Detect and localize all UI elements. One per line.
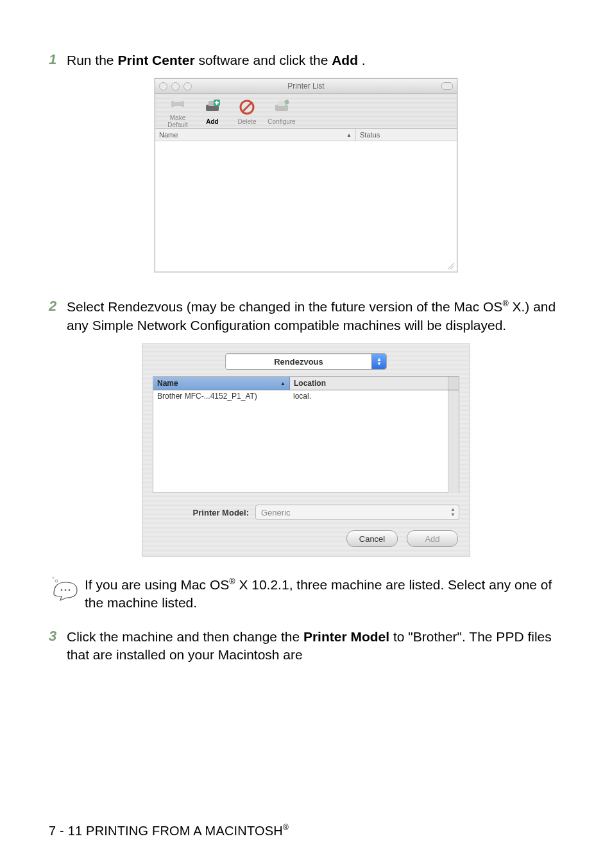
- printer-list-body: [155, 141, 457, 270]
- note-block: If you are using Mac OS® X 10.2.1, three…: [51, 576, 563, 612]
- add-label: Add: [425, 534, 439, 544]
- cancel-button[interactable]: Cancel: [346, 530, 398, 547]
- delete-icon: [237, 98, 257, 117]
- printer-list-titlebar: Printer List: [155, 79, 457, 94]
- registered-mark-icon: ®: [229, 577, 235, 586]
- configure-button[interactable]: Configure: [264, 98, 299, 125]
- svg-rect-2: [174, 106, 182, 110]
- list-item-location: local.: [289, 390, 448, 402]
- connection-type-value: Rendezvous: [226, 357, 371, 367]
- list-item[interactable]: Brother MFC-...4152_P1_AT) local.: [153, 390, 448, 402]
- step-3-text: Click the machine and then change the Pr…: [67, 628, 563, 664]
- browser-header-scroll-gutter: [448, 377, 459, 390]
- step-1-number: 1: [49, 51, 67, 69]
- browser-body: Brother MFC-...4152_P1_AT) local.: [153, 390, 459, 493]
- delete-button[interactable]: Delete: [230, 98, 264, 125]
- step-3-line1: Click the machine and then change the: [67, 629, 303, 644]
- step-1-bold-add: Add: [332, 53, 358, 67]
- cancel-label: Cancel: [359, 534, 385, 544]
- registered-mark-icon: ®: [502, 299, 508, 308]
- make-default-label: Make Default: [160, 114, 195, 128]
- step-1-post: .: [362, 53, 366, 67]
- step-2-text: Select Rendezvous (may be changed in the…: [67, 298, 563, 334]
- step-1-text: Run the Print Center software and click …: [67, 51, 563, 69]
- printer-list-title: Printer List: [155, 82, 457, 91]
- printer-list-toolbar: Make Default Add Delete Configure: [155, 94, 457, 129]
- column-status-header[interactable]: Status: [356, 129, 457, 141]
- add-printer-icon: [203, 98, 222, 117]
- add-button[interactable]: Add: [407, 530, 458, 547]
- note-icon: [51, 576, 80, 602]
- column-name-header[interactable]: Name ▲: [155, 129, 356, 141]
- select-arrows-icon: ▲▼: [371, 354, 386, 369]
- dialog-buttons: Cancel Add: [149, 530, 463, 550]
- svg-rect-11: [278, 101, 285, 106]
- browser-column-name[interactable]: Name ▲: [153, 377, 290, 390]
- browser-column-name-label: Name: [157, 379, 178, 388]
- printer-list-window: Printer List Make Default Add Delete: [155, 78, 457, 272]
- printer-icon: [168, 94, 187, 113]
- add-printer-dialog: Rendezvous ▲▼ Name ▲ Location Brother MF…: [142, 343, 470, 557]
- step-1-mid: software and click the: [198, 53, 332, 67]
- note-text: If you are using Mac OS® X 10.2.1, three…: [85, 576, 563, 612]
- printer-model-select[interactable]: Generic ▲▼: [255, 505, 459, 520]
- page-footer: 7 - 11 PRINTING FROM A MACINTOSH®: [49, 823, 289, 838]
- select-arrows-icon: ▲▼: [447, 507, 459, 517]
- step-2-os-pre: Mac OS: [454, 299, 503, 314]
- browser-rows: Brother MFC-...4152_P1_AT) local.: [153, 390, 448, 493]
- step-1-bold-printcenter: Print Center: [117, 53, 194, 67]
- printer-model-value: Generic: [256, 508, 447, 517]
- step-2-line1: Select Rendezvous (may be changed in the…: [67, 299, 454, 314]
- svg-point-12: [61, 589, 63, 591]
- svg-rect-7: [215, 102, 219, 103]
- sort-asc-icon: ▲: [346, 132, 352, 138]
- column-name-label: Name: [159, 131, 178, 139]
- configure-label: Configure: [268, 118, 295, 125]
- resize-handle[interactable]: [446, 259, 455, 268]
- sort-asc-icon: ▲: [280, 381, 285, 386]
- note-pre: If you are using Mac OS: [85, 577, 229, 592]
- connection-type-select[interactable]: Rendezvous ▲▼: [225, 353, 387, 370]
- step-1: 1 Run the Print Center software and clic…: [49, 51, 563, 69]
- add-button[interactable]: Add: [195, 98, 230, 125]
- delete-label: Delete: [238, 118, 257, 125]
- svg-point-16: [53, 577, 54, 578]
- svg-point-14: [69, 589, 71, 591]
- step-2: 2 Select Rendezvous (may be changed in t…: [49, 298, 563, 334]
- step-3-number: 3: [49, 628, 67, 664]
- step-2-number: 2: [49, 298, 67, 334]
- list-item-name: Brother MFC-...4152_P1_AT): [153, 390, 289, 402]
- printer-list-header-row: Name ▲ Status: [155, 129, 457, 141]
- svg-point-13: [65, 589, 67, 591]
- footer-text: 7 - 11 PRINTING FROM A MACINTOSH: [49, 824, 283, 838]
- browser-column-location[interactable]: Location: [290, 377, 448, 390]
- column-status-label: Status: [360, 131, 380, 139]
- printer-model-label: Printer Model:: [153, 508, 249, 517]
- add-label: Add: [206, 118, 218, 125]
- svg-line-9: [242, 103, 251, 112]
- configure-icon: [272, 98, 291, 117]
- make-default-button[interactable]: Make Default: [160, 94, 195, 128]
- step-1-pre: Run the: [67, 53, 117, 67]
- registered-mark-icon: ®: [283, 823, 289, 832]
- browser-column-location-label: Location: [294, 379, 326, 388]
- step-3-bold: Printer Model: [303, 629, 389, 644]
- browser-header-row: Name ▲ Location: [153, 377, 459, 390]
- browser-scrollbar[interactable]: [448, 390, 459, 493]
- printer-model-row: Printer Model: Generic ▲▼: [153, 505, 459, 520]
- toolbar-toggle-button[interactable]: [441, 82, 453, 90]
- step-3: 3 Click the machine and then change the …: [49, 628, 563, 664]
- printer-browser-list: Name ▲ Location Brother MFC-...4152_P1_A…: [153, 376, 459, 493]
- svg-point-15: [55, 580, 58, 582]
- connection-type-row: Rendezvous ▲▼: [149, 353, 463, 370]
- step-2-line3: machines will be displayed.: [343, 318, 506, 333]
- svg-rect-1: [174, 97, 182, 102]
